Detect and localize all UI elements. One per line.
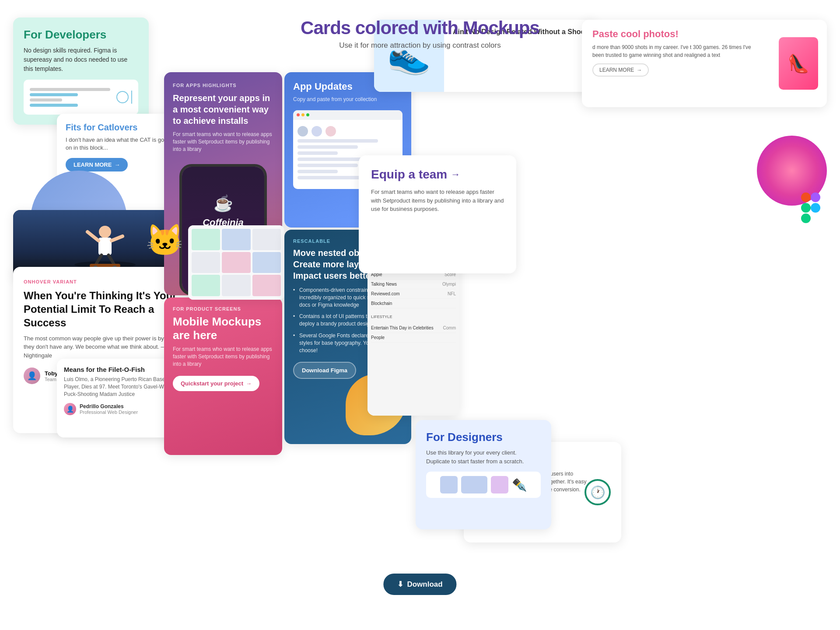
- download-figma-label: Download Figma: [302, 367, 347, 374]
- equip-title: Equip a team →: [371, 168, 504, 182]
- browser-avatar-row: [298, 126, 398, 136]
- app-highlights-tag: FOR APPS HIGHLIGHTS: [173, 83, 273, 88]
- browser-bar: [293, 110, 402, 120]
- ios-lifestyle-item-2: People: [371, 333, 456, 343]
- ios-section-lifestyle: Lifestyle: [368, 311, 459, 321]
- ios-item-val-3: NFL: [448, 291, 456, 296]
- page-subtitle: Use it for more attraction by using cont…: [301, 41, 539, 50]
- browser-line-1: [298, 139, 378, 143]
- figma-dot-blue: [811, 203, 820, 213]
- paste-photos-learn-more-btn[interactable]: LEARN MORE →: [592, 63, 649, 77]
- learn-more-arrow-icon: →: [637, 67, 642, 73]
- laptop-cell-5: [222, 252, 250, 273]
- ios-list: Apple Score Talking News Olympi Reviewed…: [368, 267, 459, 311]
- card-developers: For Developers No design skills required…: [13, 18, 149, 125]
- dev-line-4: [30, 104, 78, 107]
- equip-body: For smart teams who want to release apps…: [371, 188, 504, 214]
- laptop-cell-7: [192, 275, 220, 296]
- svg-line-4: [112, 236, 122, 241]
- dev-dot-line: [131, 91, 132, 104]
- ios-lifestyle-item-1: Entertain This Day in Celebrities Comm: [371, 323, 456, 333]
- figma-icon-row-3: [801, 214, 820, 223]
- figma-icon: [801, 192, 820, 223]
- page-title: Cards colored with Mockups: [301, 18, 539, 38]
- quickstart-arrow: →: [246, 380, 252, 387]
- catlovers-title: Fits for Catlovers: [66, 122, 179, 133]
- card-paste-photos: Paste cool photos! d more than 9000 shot…: [582, 20, 827, 107]
- figma-dot-red: [801, 192, 811, 202]
- article-avatar: 👤: [64, 403, 76, 415]
- paste-photos-btn-label: LEARN MORE: [599, 67, 634, 73]
- laptop-cell-3: [252, 229, 281, 250]
- developers-title: For Developers: [24, 28, 138, 42]
- dev-dot-group: [116, 91, 132, 104]
- ios-lifestyle-val-1: Comm: [443, 326, 456, 330]
- laptop-cell-6: [252, 252, 281, 273]
- laptop-cell-4: [192, 252, 220, 273]
- quickstart-btn[interactable]: Quickstart your project →: [173, 376, 259, 391]
- article-author-role: Professional Web Designer: [80, 410, 138, 415]
- figma-icon-row-2: [801, 203, 820, 213]
- app-updates-body: Copy and paste from your collection: [293, 96, 402, 103]
- catlovers-btn-label: LEARN MORE: [74, 161, 112, 168]
- laptop-cell-8: [222, 275, 250, 296]
- pen-icon: ✒️: [512, 478, 527, 492]
- laptop-cell-2: [222, 229, 250, 250]
- equip-arrow-icon: →: [451, 169, 460, 180]
- figma-icon-row-1: [801, 192, 820, 202]
- developers-body: No design skills required. Figma is supe…: [24, 46, 138, 74]
- browser-dot-red: [297, 113, 300, 116]
- download-figma-btn[interactable]: Download Figma: [293, 362, 356, 379]
- article-author-info: Pedrillo Gonzales Professional Web Desig…: [80, 403, 138, 415]
- cat-emoji: 🐱: [146, 222, 184, 258]
- figma-dot-green: [801, 203, 811, 213]
- svg-point-1: [99, 226, 111, 238]
- designers-title: For Designers: [426, 430, 541, 444]
- ios-item-name-4: Blockchain: [371, 301, 392, 306]
- catlovers-body: I don't have an idea what the CAT is goi…: [66, 136, 179, 152]
- browser-avatar-2: [312, 126, 322, 136]
- app-highlights-title: Represent your apps in a most convenient…: [173, 92, 273, 126]
- design-block-3: [491, 476, 508, 494]
- ios-item-name-2: Talking News: [371, 282, 397, 287]
- article-author-name: Pedrillo Gonzales: [80, 403, 138, 410]
- design-block-2: [461, 476, 487, 494]
- app-highlights-body: For smart teams who want to release apps…: [173, 131, 273, 153]
- card-for-designers: For Designers Use this library for your …: [416, 420, 551, 529]
- laptop-screen: [188, 225, 284, 300]
- browser-avatar-3: [326, 126, 336, 136]
- card-laptop-mockup: [188, 225, 284, 300]
- designer-illustration: ✒️: [426, 472, 541, 498]
- ios-item-val-2: Olympi: [442, 282, 456, 287]
- quickstart-label: Quickstart your project: [181, 380, 243, 387]
- equip-title-text: Equip a team: [371, 168, 447, 182]
- figma-dot-center: [801, 214, 811, 223]
- laptop-cell-1: [192, 229, 220, 250]
- figma-dot-purple: [811, 192, 820, 202]
- ios-list-item-2: Talking News Olympi: [371, 280, 456, 289]
- developers-illustration: [24, 80, 138, 115]
- dev-line-2: [30, 93, 78, 96]
- paste-photos-body: d more than 9000 shots in my career. I'v…: [592, 43, 759, 59]
- ios-lifestyle-name-1: Entertain This Day in Celebrities: [371, 326, 434, 330]
- designers-body: Use this library for your every client. …: [426, 448, 541, 466]
- card-equip-team: Equip a team → For smart teams who want …: [359, 155, 516, 273]
- laptop-cell-9: [252, 275, 281, 296]
- product-screens-title: Mobile Mockups are here: [173, 315, 273, 342]
- ios-list-lifestyle: Entertain This Day in Celebrities Comm P…: [368, 321, 459, 345]
- ios-list-item-3: Reviewed.com NFL: [371, 289, 456, 299]
- browser-line-6: [298, 170, 338, 173]
- onhover-tag: ONHOVER VARIANT: [24, 279, 77, 284]
- download-btn-area: ⬇ Download: [383, 574, 456, 595]
- dev-lines: [24, 84, 116, 111]
- dev-line-1: [30, 88, 110, 91]
- catlovers-learn-more-btn[interactable]: LEARN MORE →: [66, 158, 128, 172]
- browser-line-3: [298, 151, 338, 155]
- browser-avatar-1: [298, 126, 308, 136]
- browser-dot-green: [306, 113, 309, 116]
- download-label: Download: [407, 580, 442, 589]
- dev-dot: [116, 91, 129, 103]
- product-screens-tag: FOR PRODUCT SCREENS: [173, 306, 273, 312]
- ios-lifestyle-name-2: People: [371, 335, 385, 340]
- download-button[interactable]: ⬇ Download: [383, 574, 456, 595]
